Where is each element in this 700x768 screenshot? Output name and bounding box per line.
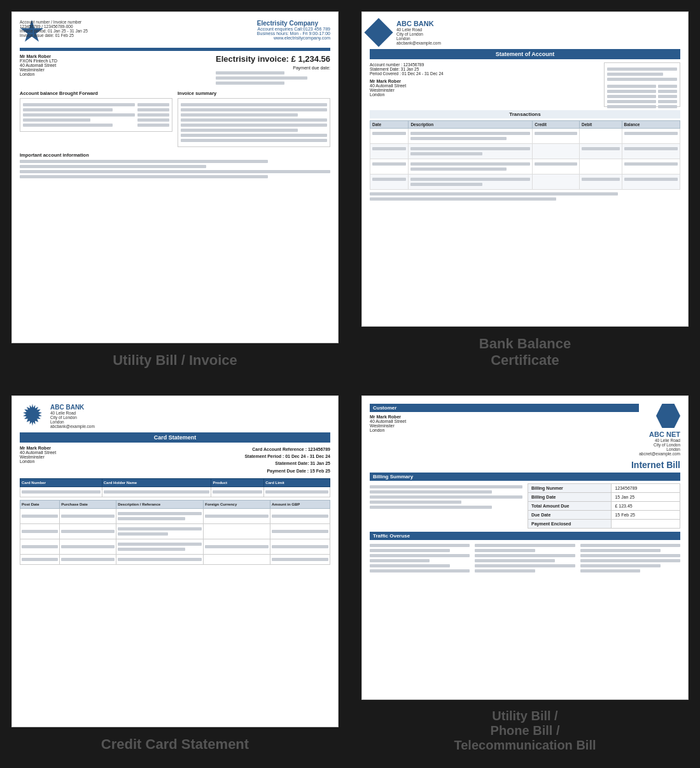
utility-recipient: Mr Mark Rober FXON Fintech LTD 40 Automa… bbox=[20, 54, 57, 76]
utility-bill-label: Utility Bill / Invoice bbox=[11, 350, 339, 373]
th-amount-gbp: Amount in GBP bbox=[270, 500, 330, 508]
table-row bbox=[370, 129, 680, 144]
card-info-table: Card Number Card Holder Name Product Car… bbox=[20, 478, 330, 497]
th-balance: Balance bbox=[622, 121, 680, 129]
utility-blue-bar bbox=[20, 48, 330, 51]
quadrant-bank-balance: ABC BANK 40 Lelie Road City of London Lo… bbox=[350, 0, 700, 384]
internet-bill-title: Internet Bill bbox=[370, 460, 680, 470]
cc-recipient: Mr Mark Rober 40 Automall Street Westmin… bbox=[20, 446, 172, 464]
th-card-limit: Card Limit bbox=[264, 478, 330, 487]
credit-card-label: Credit Card Statement bbox=[11, 734, 339, 757]
bank-recipient: Mr Mark Rober 40 Automall Street Westmin… bbox=[370, 79, 600, 97]
quadrant-credit-card: ABC BANK 40 Lelie Road City of London Lo… bbox=[0, 384, 350, 768]
table-row bbox=[370, 159, 680, 174]
bank-statement-title: Statement of Account bbox=[370, 49, 680, 59]
th-post-date: Post Date bbox=[20, 500, 60, 508]
internet-bill-doc: Customer Mr Mark Rober 40 Automall Stree… bbox=[361, 395, 689, 700]
ib-company-header: ABC NET 40 Lelie Road City of London Lon… bbox=[639, 404, 680, 456]
th-credit: Credit bbox=[533, 121, 580, 129]
utility-acct-info: Account number / Invoice number 12345678… bbox=[20, 20, 88, 38]
ib-company-logo bbox=[656, 404, 680, 428]
table-row bbox=[20, 554, 330, 564]
th-purchase-date: Purchase Date bbox=[60, 500, 116, 508]
cc-main-section: Mr Mark Rober 40 Automall Street Westmin… bbox=[20, 446, 330, 474]
ib-company-info: 40 Lelie Road City of London London abcn… bbox=[639, 438, 680, 456]
bank-balance-label: Bank Balance Certificate bbox=[361, 333, 689, 373]
th-desc: Description bbox=[409, 121, 533, 129]
traffic-content bbox=[370, 542, 680, 574]
ib-billing-lines bbox=[370, 483, 522, 529]
billing-summary-bar: Billing Summary bbox=[370, 473, 680, 481]
bank-summary-box bbox=[604, 62, 680, 107]
quadrant-internet-bill: Customer Mr Mark Rober 40 Automall Stree… bbox=[350, 384, 700, 768]
bank-name: ABC BANK bbox=[396, 20, 441, 27]
th-card-number: Card Number bbox=[20, 478, 102, 487]
cc-bank-info: 40 Lelie Road City of London London abcb… bbox=[50, 411, 95, 429]
bank-acct-details: Account number : 123456789 Statement Dat… bbox=[370, 62, 600, 107]
utility-bill-doc: Electrisity Company Account enquiries Ca… bbox=[11, 11, 339, 343]
bank-info: 40 Lelie Road City of London London abcb… bbox=[396, 27, 441, 45]
ib-recipient: Mr Mark Rober 40 Automall Street Westmin… bbox=[370, 415, 639, 432]
table-row bbox=[20, 487, 330, 497]
cc-title-bar: Card Statement bbox=[20, 432, 330, 443]
th-product: Product bbox=[211, 478, 264, 487]
utility-company-name: Electrisity Company bbox=[257, 20, 330, 27]
cc-ref-info: Card Account Reference : 123456789 State… bbox=[178, 446, 330, 474]
th-foreign-currency: Foreign Currency bbox=[204, 500, 270, 508]
billing-row: Billing Nunmer 123456789 bbox=[528, 484, 680, 493]
ib-company-name: ABC NET bbox=[639, 430, 680, 438]
utility-balance-section: Account balance Brought Forward bbox=[20, 90, 330, 147]
quadrant-utility-bill: Electrisity Company Account enquiries Ca… bbox=[0, 0, 350, 384]
credit-card-doc: ABC BANK 40 Lelie Road City of London Lo… bbox=[11, 395, 339, 727]
transactions-table: Date Description Credit Debit Balance bbox=[370, 120, 680, 190]
table-row bbox=[370, 174, 680, 190]
transactions-title: Transactions bbox=[370, 110, 680, 118]
table-row bbox=[20, 523, 330, 539]
th-description: Description / Referance bbox=[116, 500, 204, 508]
ib-billing-table-col: Billing Nunmer 123456789 Billing Date 15… bbox=[528, 483, 680, 529]
bank-balance-doc: ABC BANK 40 Lelie Road City of London Lo… bbox=[361, 11, 689, 327]
traffic-overuse-bar: Traffic Overuse bbox=[370, 532, 680, 540]
utility-company-info: Account enquiries Call:0123 456 789 Busi… bbox=[257, 27, 330, 40]
th-debit: Debit bbox=[579, 121, 622, 129]
table-row bbox=[370, 144, 680, 159]
utility-payment-due: Payment due date: bbox=[216, 66, 330, 85]
table-row bbox=[20, 539, 330, 554]
cc-transactions-table: Post Date Purchase Date Description / Re… bbox=[20, 500, 330, 565]
utility-invoice-title: Electrisity invoice: £ 1,234.56 bbox=[216, 54, 330, 64]
th-date: Date bbox=[370, 121, 409, 129]
ib-customer-section: Customer Mr Mark Rober 40 Automall Stree… bbox=[370, 404, 639, 436]
bank-diamond-logo bbox=[364, 18, 393, 46]
utility-important-section: Important account information bbox=[20, 152, 330, 178]
billing-table: Billing Nunmer 123456789 Billing Date 15… bbox=[528, 483, 680, 529]
billing-row: Due Date 15 Feb 25 bbox=[528, 511, 680, 520]
cc-bank-name: ABC BANK bbox=[50, 404, 95, 411]
cc-bank-logo bbox=[20, 404, 45, 429]
billing-row: Payment Enclosed bbox=[528, 520, 680, 529]
internet-bill-label: Utility Bill / Phone Bill / Telecommunic… bbox=[361, 706, 689, 757]
th-card-holder: Card Holder Name bbox=[102, 478, 211, 487]
billing-row: Total Amount Due £ 123.45 bbox=[528, 502, 680, 511]
customer-bar: Customer bbox=[370, 404, 639, 412]
table-row bbox=[20, 508, 330, 523]
billing-row: Billing Date 15 Jan 25 bbox=[528, 493, 680, 502]
